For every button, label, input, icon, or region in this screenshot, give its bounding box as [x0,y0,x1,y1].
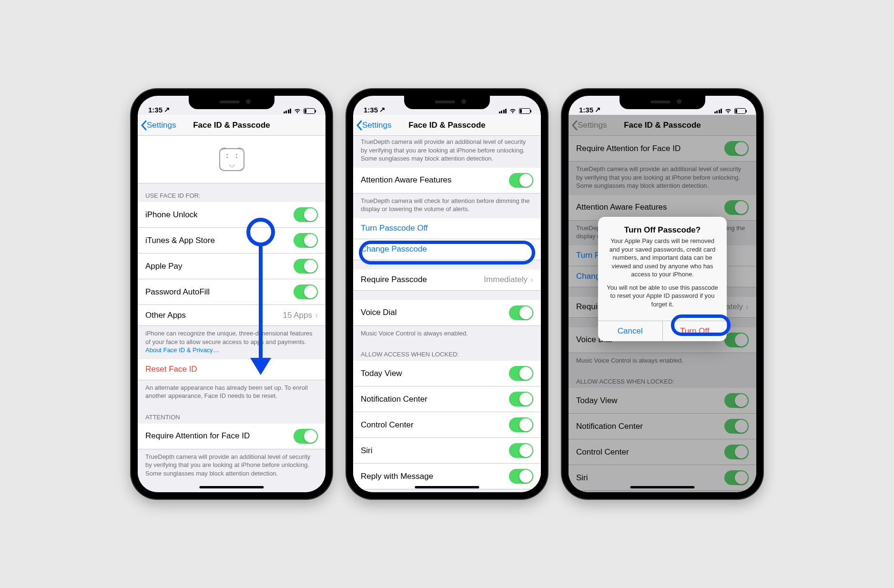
alert-cancel-button[interactable]: Cancel [598,321,663,341]
battery-icon [734,108,746,114]
group-header-use-face-id: USE FACE ID FOR: [138,183,325,202]
cell-reset-face-id[interactable]: Reset Face ID [138,359,325,380]
cell-today-view: Today View [569,388,756,414]
link-about-faceid[interactable]: About Face ID & Privacy… [145,346,219,354]
signal-icon [284,109,292,113]
toggle-autofill[interactable] [294,284,318,299]
phone-1: 1:35↗ Settings Face ID & Passcode : :◡ U… [131,89,332,499]
cell-require-attention: Require Attention for Face ID [569,136,756,162]
back-button: Settings [569,120,607,131]
alert-message: Your Apple Pay cards will be removed and… [606,237,719,308]
toggle-require-attention[interactable] [294,429,318,444]
toggle-notification-center[interactable] [509,392,533,406]
toggle-reply-message[interactable] [509,469,533,484]
cell-autofill[interactable]: Password AutoFill [138,279,325,305]
cell-attention-aware[interactable]: Attention Aware Features [353,168,541,193]
settings-content[interactable]: : :◡ USE FACE ID FOR: iPhone Unlock iTun… [138,136,325,492]
group-header-attention: ATTENTION [138,405,325,424]
nav-bar: Settings Face ID & Passcode [138,115,325,136]
toggle-voice-dial[interactable] [509,305,533,320]
toggle-control-center[interactable] [509,417,533,432]
alert-title: Turn Off Passcode? [606,225,719,235]
cell-change-passcode[interactable]: Change Passcode [353,239,541,260]
cell-siri[interactable]: Siri [353,438,541,464]
cell-voice-dial[interactable]: Voice Dial [353,300,541,326]
cell-other-apps[interactable]: Other Apps15 Apps› [138,305,325,326]
require-passcode-value: Immediately [484,275,528,284]
footer-face-id: iPhone can recognize the unique, three-d… [138,326,325,359]
toggle-apple-pay[interactable] [294,259,318,274]
home-indicator [630,486,695,488]
nav-bar: Settings Face ID & Passcode [353,115,541,136]
back-button[interactable]: Settings [138,120,176,131]
footer-truedepth: TrueDepth camera will provide an additio… [569,162,756,195]
toggle-today-view[interactable] [509,366,533,381]
wifi-icon [294,108,301,114]
location-icon: ↗ [164,105,170,114]
footer-voice-dial: Music Voice Control is always enabled. [353,326,541,343]
chevron-right-icon: › [530,275,533,285]
back-button[interactable]: Settings [353,120,391,131]
cell-today-view[interactable]: Today View [353,361,541,386]
wifi-icon [724,108,732,114]
cell-require-attention[interactable]: Require Attention for Face ID [138,424,325,449]
cell-apple-pay[interactable]: Apple Pay [138,253,325,279]
toggle-attention-aware[interactable] [509,173,533,188]
battery-icon [304,108,315,114]
wifi-icon [509,108,517,114]
status-time: 1:35 [148,106,163,114]
face-id-icon: : :◡ [220,148,243,171]
cell-iphone-unlock[interactable]: iPhone Unlock [138,202,325,228]
signal-icon [499,109,507,113]
cell-require-passcode[interactable]: Require PasscodeImmediately› [353,270,541,291]
chevron-right-icon: › [315,310,318,320]
alert-turn-off-passcode: Turn Off Passcode? Your Apple Pay cards … [598,217,727,341]
footer-attention-aware: TrueDepth camera will check for attentio… [353,193,541,218]
battery-icon [519,108,530,114]
cell-control-center: Control Center [569,439,756,465]
cell-control-center[interactable]: Control Center [353,412,541,438]
chevron-left-icon [356,120,362,131]
chevron-left-icon [571,120,578,131]
phone-2: 1:35↗ Settings Face ID & Passcode TrueDe… [346,89,548,499]
other-apps-count: 15 Apps [283,311,312,320]
cell-itunes[interactable]: iTunes & App Store [138,228,325,253]
home-indicator[interactable] [200,486,264,488]
home-indicator[interactable] [415,486,479,488]
nav-bar: Settings Face ID & Passcode [569,115,756,136]
toggle-siri[interactable] [509,443,533,458]
group-header-allow-access: ALLOW ACCESS WHEN LOCKED: [353,342,541,361]
cell-notification-center[interactable]: Notification Center [353,386,541,412]
chevron-left-icon [141,120,147,131]
signal-icon [714,109,722,113]
settings-content[interactable]: TrueDepth camera will provide an additio… [353,136,541,492]
footer-require-attention: TrueDepth camera will provide an additio… [138,449,325,483]
cell-notification-center: Notification Center [569,414,756,439]
toggle-require-attention [724,141,749,156]
toggle-itunes[interactable] [294,233,318,248]
footer-reset: An alternate appearance has already been… [138,380,325,405]
alert-turnoff-button[interactable]: Turn Off [663,321,727,341]
toggle-iphone-unlock[interactable] [294,207,318,222]
face-id-graphic: : :◡ [138,136,325,183]
phone-3: 1:35↗ Settings Face ID & Passcode Requir… [562,89,763,499]
toggle-attention-aware [724,200,749,215]
footer-truedepth-frag: TrueDepth camera will provide an additio… [353,136,541,168]
back-label: Settings [147,121,176,130]
cell-turn-passcode-off[interactable]: Turn Passcode Off [353,218,541,239]
